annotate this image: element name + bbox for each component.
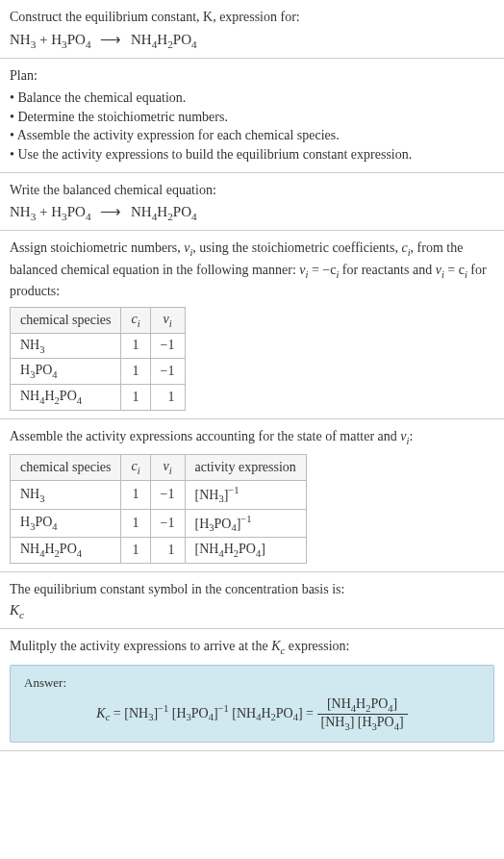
- reaction-equation: NH3 + H3PO4 ⟶ NH4H2PO4: [10, 31, 494, 50]
- plan-item: • Assemble the activity expression for e…: [10, 126, 494, 145]
- multiply-para: Mulitply the activity expressions to arr…: [10, 637, 494, 658]
- cell-species: NH4H2PO4: [11, 385, 121, 411]
- cell-species: NH4H2PO4: [11, 538, 121, 564]
- numerator: [NH4H2PO4]: [317, 696, 408, 715]
- symbol-var: Kc: [10, 602, 494, 620]
- col-vi: νi: [150, 455, 185, 481]
- plan-item: • Determine the stoichiometric numbers.: [10, 108, 494, 127]
- symbol-para: The equilibrium constant symbol in the c…: [10, 580, 494, 599]
- cell-species: NH3: [11, 481, 121, 509]
- denominator: [NH3] [H3PO4]: [317, 715, 408, 732]
- cell-ci: 1: [121, 481, 150, 509]
- table-row: H3PO4 1 −1 [H3PO4]−1: [11, 509, 307, 537]
- stoich-para: Assign stoichiometric numbers, νi, using…: [10, 239, 494, 301]
- cell-vi: −1: [150, 509, 185, 537]
- plan-list: • Balance the chemical equation. • Deter…: [10, 88, 494, 164]
- col-ci: ci: [121, 455, 150, 481]
- header-section: Construct the equilibrium constant, K, e…: [0, 0, 504, 59]
- balanced-title: Write the balanced chemical equation:: [10, 181, 494, 200]
- cell-vi: −1: [150, 481, 185, 509]
- product-1: NH4H2PO4: [131, 32, 197, 47]
- cell-ci: 1: [121, 385, 150, 411]
- col-species: chemical species: [11, 307, 121, 333]
- table-header-row: chemical species ci νi activity expressi…: [11, 455, 307, 481]
- reaction-arrow-icon: ⟶: [100, 31, 121, 48]
- reactant-1: NH3: [10, 32, 36, 47]
- cell-vi: 1: [150, 538, 185, 564]
- reactant-1: NH3: [10, 204, 36, 219]
- table-header-row: chemical species ci νi: [11, 307, 186, 333]
- cell-species: H3PO4: [11, 509, 121, 537]
- balanced-section: Write the balanced chemical equation: NH…: [0, 173, 504, 232]
- table-row: H3PO4 1 −1: [11, 359, 186, 385]
- balanced-equation: NH3 + H3PO4 ⟶ NH4H2PO4: [10, 203, 494, 222]
- cell-species: NH3: [11, 333, 121, 359]
- answer-equation: Kc = [NH3]−1 [H3PO4]−1 [NH4H2PO4] = [NH4…: [24, 696, 480, 732]
- multiply-section: Mulitply the activity expressions to arr…: [0, 629, 504, 750]
- reaction-arrow-icon: ⟶: [100, 203, 121, 220]
- plus-reactant-2: + H3PO4: [36, 32, 90, 47]
- answer-label: Answer:: [24, 675, 480, 691]
- title-text: Construct the equilibrium constant, K, e…: [10, 10, 300, 24]
- cell-ci: 1: [121, 538, 150, 564]
- product-1: NH4H2PO4: [131, 204, 197, 219]
- cell-ci: 1: [121, 509, 150, 537]
- cell-activity: [H3PO4]−1: [185, 509, 306, 537]
- stoich-table: chemical species ci νi NH3 1 −1 H3PO4 1 …: [10, 307, 186, 411]
- plus-reactant-2: + H3PO4: [36, 204, 90, 219]
- cell-vi: 1: [150, 385, 185, 411]
- table-row: NH4H2PO4 1 1 [NH4H2PO4]: [11, 538, 307, 564]
- answer-box: Answer: Kc = [NH3]−1 [H3PO4]−1 [NH4H2PO4…: [10, 665, 494, 743]
- cell-vi: −1: [150, 359, 185, 385]
- col-ci: ci: [121, 307, 150, 333]
- table-row: NH3 1 −1: [11, 333, 186, 359]
- cell-ci: 1: [121, 333, 150, 359]
- cell-activity: [NH4H2PO4]: [185, 538, 306, 564]
- stoich-section: Assign stoichiometric numbers, νi, using…: [0, 231, 504, 419]
- plan-item: • Use the activity expressions to build …: [10, 145, 494, 164]
- plan-section: Plan: • Balance the chemical equation. •…: [0, 59, 504, 173]
- cell-ci: 1: [121, 359, 150, 385]
- prompt-text: Construct the equilibrium constant, K, e…: [10, 8, 494, 27]
- table-row: NH3 1 −1 [NH3]−1: [11, 481, 307, 509]
- plan-title: Plan:: [10, 66, 494, 86]
- cell-species: H3PO4: [11, 359, 121, 385]
- activity-section: Assemble the activity expressions accoun…: [0, 419, 504, 572]
- activity-para: Assemble the activity expressions accoun…: [10, 427, 494, 448]
- cell-activity: [NH3]−1: [185, 481, 306, 509]
- col-species: chemical species: [11, 455, 121, 481]
- col-vi: νi: [150, 307, 185, 333]
- cell-vi: −1: [150, 333, 185, 359]
- plan-item: • Balance the chemical equation.: [10, 88, 494, 108]
- activity-table: chemical species ci νi activity expressi…: [10, 454, 307, 564]
- fraction: [NH4H2PO4][NH3] [H3PO4]: [317, 696, 408, 732]
- symbol-section: The equilibrium constant symbol in the c…: [0, 572, 504, 630]
- table-row: NH4H2PO4 1 1: [11, 385, 186, 411]
- col-activity: activity expression: [185, 455, 306, 481]
